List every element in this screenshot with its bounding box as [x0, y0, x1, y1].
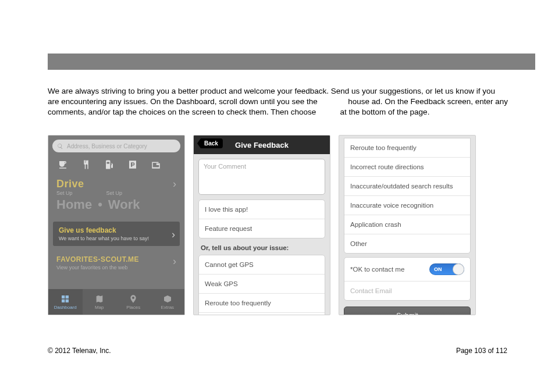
setup-row: Set Up Set Up — [48, 190, 184, 196]
list-item[interactable]: Reroute too frequently — [199, 294, 325, 313]
drive-section[interactable]: Drive › — [48, 174, 184, 190]
screenshot-row: Address, Business or Category Drive › Se… — [48, 135, 476, 315]
favorites-section[interactable]: FAVORITES-SCOUT.ME View your favorites o… — [48, 250, 184, 270]
contact-section: *OK to contact me ON Contact Email — [344, 257, 471, 301]
positive-options-list: I love this app! Feature request — [198, 199, 325, 238]
contact-email-input[interactable]: Contact Email — [344, 281, 470, 300]
document-page: We are always striving to bring you a be… — [0, 0, 555, 392]
toggle-label: ON — [434, 266, 442, 272]
favorites-title: FAVORITES-SCOUT.ME — [56, 255, 176, 263]
issue-heading: Or, tell us about your issue: — [201, 244, 323, 251]
chevron-right-icon: › — [173, 255, 176, 268]
instruction-paragraph: We are always striving to bring you a be… — [48, 86, 508, 118]
tab-places[interactable]: Places — [116, 289, 151, 315]
map-icon — [95, 294, 104, 304]
house-ad-title: Give us feedback — [59, 226, 174, 234]
back-button[interactable]: Back — [197, 138, 223, 148]
work-label: Work — [108, 197, 140, 212]
screenshot-feedback-bottom: Reroute too frequently Incorrect route d… — [339, 135, 476, 315]
favorites-subtitle: View your favorites on the web — [56, 265, 176, 270]
coffee-icon[interactable] — [58, 159, 68, 170]
parking-icon[interactable] — [127, 159, 138, 170]
wallet-icon[interactable] — [151, 159, 161, 170]
list-item[interactable]: Incorrect route directions — [199, 313, 325, 315]
tab-extras[interactable]: Extras — [151, 289, 185, 315]
pin-icon — [129, 294, 138, 304]
screenshot-dashboard: Address, Business or Category Drive › Se… — [48, 135, 185, 315]
list-item[interactable]: Reroute too frequently — [344, 138, 470, 158]
grid-icon — [61, 294, 70, 304]
submit-button[interactable]: Submit — [344, 307, 471, 315]
tab-label: Map — [95, 305, 104, 310]
food-icon[interactable] — [81, 159, 91, 170]
nav-header: Back Give Feedback — [194, 136, 330, 154]
header-band — [48, 54, 535, 70]
list-item[interactable]: Feature request — [199, 219, 325, 238]
search-placeholder: Address, Business or Category — [67, 143, 147, 149]
copyright: © 2012 Telenav, Inc. — [48, 347, 111, 355]
drive-title: Drive — [56, 178, 84, 190]
setup-label-home: Set Up — [56, 190, 73, 196]
comment-textarea[interactable]: Your Comment — [198, 159, 325, 195]
search-icon — [57, 143, 63, 149]
page-footer: © 2012 Telenav, Inc. Page 103 of 112 — [48, 347, 507, 355]
tab-label: Extras — [161, 305, 174, 310]
ok-contact-toggle[interactable]: ON — [429, 263, 464, 275]
tab-label: Places — [126, 305, 140, 310]
home-label: Home — [56, 197, 92, 212]
page-number: Page 103 of 112 — [456, 347, 507, 355]
tab-map[interactable]: Map — [83, 289, 117, 315]
chevron-right-icon: › — [173, 178, 176, 190]
list-item[interactable]: Weak GPS — [199, 275, 325, 294]
tab-label: Dashboard — [54, 305, 77, 310]
tab-bar: Dashboard Map Places Extras — [48, 289, 184, 315]
list-item[interactable]: Inaccurate voice recognition — [344, 196, 470, 215]
nav-title: Give Feedback — [235, 141, 289, 149]
issue-options-list: Cannot get GPS Weak GPS Reroute too freq… — [198, 255, 325, 315]
list-item[interactable]: I love this app! — [199, 200, 325, 219]
list-item[interactable]: Application crash — [344, 215, 470, 234]
tab-dashboard[interactable]: Dashboard — [48, 289, 83, 315]
screenshot-feedback-top: Back Give Feedback Your Comment I love t… — [193, 135, 330, 315]
search-input[interactable]: Address, Business or Category — [52, 140, 180, 152]
ok-contact-label: *OK to contact me — [350, 266, 404, 273]
issue-options-list-continued: Reroute too frequently Incorrect route d… — [344, 138, 471, 254]
setup-label-work: Set Up — [106, 190, 123, 196]
toggle-knob — [453, 264, 464, 275]
home-work-row[interactable]: Home • Work — [48, 196, 184, 218]
box-icon — [163, 294, 172, 304]
list-item[interactable]: Incorrect route directions — [344, 158, 470, 177]
house-ad-subtitle: We want to hear what you have to say! — [59, 236, 174, 241]
list-item[interactable]: Cannot get GPS — [199, 255, 325, 275]
category-icon-row — [48, 152, 184, 174]
ok-contact-row: *OK to contact me ON — [344, 258, 470, 281]
chevron-right-icon: › — [172, 229, 175, 241]
list-item[interactable]: Inaccurate/outdated search results — [344, 177, 470, 196]
fuel-icon[interactable] — [104, 159, 115, 170]
feedback-house-ad[interactable]: Give us feedback We want to hear what yo… — [53, 222, 180, 246]
list-item[interactable]: Other — [344, 234, 470, 253]
